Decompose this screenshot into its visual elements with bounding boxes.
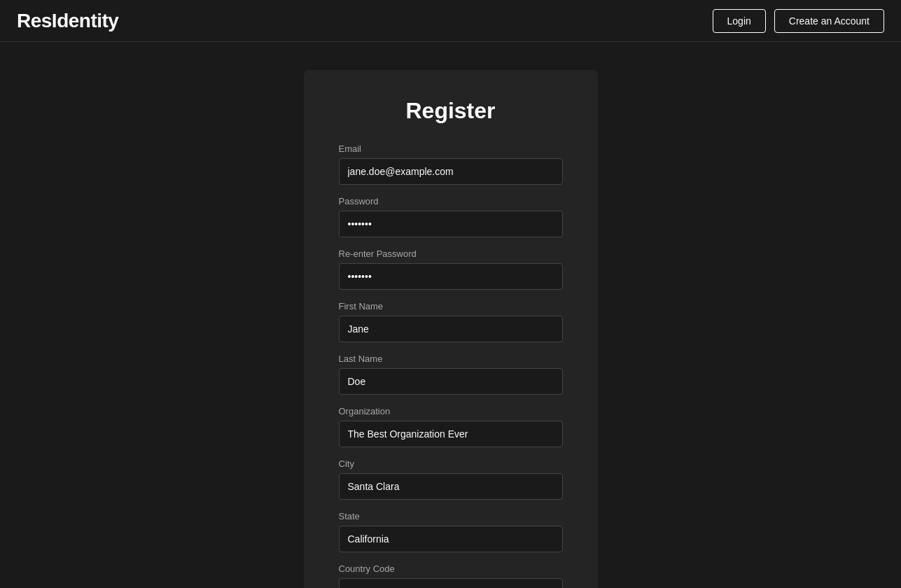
reenter-password-label: Re-enter Password xyxy=(339,248,563,259)
organization-input[interactable] xyxy=(339,421,563,447)
last-name-group: Last Name xyxy=(339,354,563,395)
reenter-password-group: Re-enter Password xyxy=(339,248,563,290)
country-code-group: Country Code xyxy=(339,564,563,588)
main-content: Register Email Password Re-enter Passwor… xyxy=(0,42,901,588)
last-name-input[interactable] xyxy=(339,368,563,395)
country-code-label: Country Code xyxy=(339,564,563,574)
state-label: State xyxy=(339,511,563,522)
header: ResIdentity Login Create an Account xyxy=(0,0,901,42)
organization-group: Organization xyxy=(339,406,563,447)
first-name-label: First Name xyxy=(339,301,563,312)
password-input[interactable] xyxy=(339,211,563,237)
header-buttons: Login Create an Account xyxy=(713,9,884,33)
login-button[interactable]: Login xyxy=(713,9,766,33)
state-group: State xyxy=(339,511,563,552)
country-code-input[interactable] xyxy=(339,578,563,588)
email-label: Email xyxy=(339,144,563,154)
city-input[interactable] xyxy=(339,473,563,500)
reenter-password-input[interactable] xyxy=(339,263,563,290)
password-group: Password xyxy=(339,196,563,237)
first-name-input[interactable] xyxy=(339,316,563,342)
last-name-label: Last Name xyxy=(339,354,563,364)
logo: ResIdentity xyxy=(17,10,118,32)
password-label: Password xyxy=(339,196,563,206)
first-name-group: First Name xyxy=(339,301,563,342)
email-input[interactable] xyxy=(339,158,563,185)
city-label: City xyxy=(339,458,563,469)
create-account-button[interactable]: Create an Account xyxy=(774,9,884,33)
organization-label: Organization xyxy=(339,406,563,416)
city-group: City xyxy=(339,458,563,500)
state-input[interactable] xyxy=(339,526,563,552)
register-title: Register xyxy=(339,98,563,124)
email-group: Email xyxy=(339,144,563,185)
register-card: Register Email Password Re-enter Passwor… xyxy=(304,70,598,588)
